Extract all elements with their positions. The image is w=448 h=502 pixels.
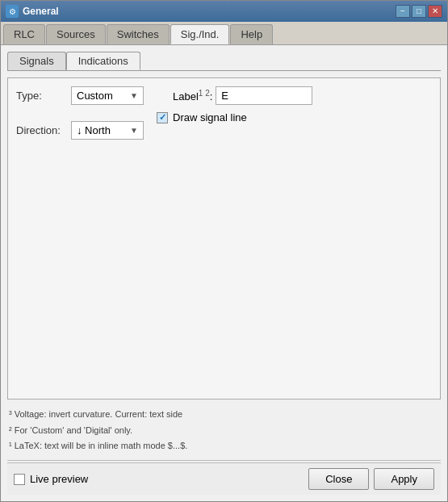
close-window-button[interactable]: ✕ bbox=[428, 5, 442, 18]
tab-help[interactable]: Help bbox=[230, 24, 273, 44]
right-column: Label1 2: ✓ Draw signal line bbox=[157, 86, 312, 123]
draw-signal-line-checkbox[interactable]: ✓ bbox=[157, 112, 168, 123]
draw-signal-line-row: ✓ Draw signal line bbox=[157, 111, 312, 123]
type-value: Custom bbox=[77, 90, 113, 102]
type-dropdown[interactable]: Custom ▼ bbox=[71, 86, 144, 105]
bottom-bar: Live preview Close Apply bbox=[7, 462, 441, 495]
direction-row: Direction: ↓ North ▼ bbox=[16, 121, 144, 140]
top-row: Type: Custom ▼ Direction: ↓ North ▼ bbox=[16, 86, 432, 148]
title-bar-left: ⚙ General bbox=[6, 5, 59, 18]
main-tab-bar: RLC Sources Switches Sig./Ind. Help bbox=[1, 22, 447, 45]
sub-tab-bar: Signals Indications bbox=[7, 52, 441, 71]
sub-tab-indications[interactable]: Indications bbox=[66, 52, 140, 70]
draw-signal-line-label: Draw signal line bbox=[173, 111, 247, 123]
window-icon: ⚙ bbox=[6, 5, 19, 18]
tab-sources[interactable]: Sources bbox=[46, 24, 106, 44]
tab-switches[interactable]: Switches bbox=[107, 24, 170, 44]
content-area: Signals Indications Type: Custom ▼ bbox=[1, 45, 447, 501]
note-line-3: ³ Voltage: invert curvature. Current: te… bbox=[9, 408, 439, 422]
title-buttons: − □ ✕ bbox=[396, 5, 442, 18]
separator bbox=[7, 460, 441, 461]
type-dropdown-arrow: ▼ bbox=[130, 91, 138, 100]
bottom-buttons: Close Apply bbox=[308, 468, 434, 490]
direction-label: Direction: bbox=[16, 124, 65, 136]
main-window: ⚙ General − □ ✕ RLC Sources Switches Sig… bbox=[0, 0, 448, 502]
sub-tab-signals[interactable]: Signals bbox=[7, 52, 66, 70]
minimize-button[interactable]: − bbox=[396, 5, 410, 18]
direction-dropdown[interactable]: ↓ North ▼ bbox=[71, 121, 144, 140]
title-bar: ⚙ General − □ ✕ bbox=[1, 1, 447, 22]
note-line-1: ¹ LaTeX: text will be in inline math mod… bbox=[9, 439, 439, 454]
footer-notes: ³ Voltage: invert curvature. Current: te… bbox=[7, 404, 441, 458]
checkmark-icon: ✓ bbox=[159, 112, 166, 123]
apply-button[interactable]: Apply bbox=[374, 468, 434, 490]
direction-value: ↓ North bbox=[77, 124, 111, 136]
settings-panel: Type: Custom ▼ Direction: ↓ North ▼ bbox=[7, 77, 441, 400]
maximize-button[interactable]: □ bbox=[412, 5, 426, 18]
window-title: General bbox=[23, 6, 59, 17]
tab-sig-ind[interactable]: Sig./Ind. bbox=[170, 24, 230, 44]
direction-dropdown-arrow: ▼ bbox=[130, 126, 138, 135]
note-line-2: ² For 'Custom' and 'Digital' only. bbox=[9, 424, 439, 438]
type-row: Type: Custom ▼ bbox=[16, 86, 144, 105]
type-label: Type: bbox=[16, 90, 65, 102]
close-button[interactable]: Close bbox=[308, 468, 369, 490]
tab-rlc[interactable]: RLC bbox=[3, 24, 45, 44]
label-field-label: Label1 2: bbox=[173, 89, 212, 102]
live-preview-label: Live preview bbox=[30, 473, 88, 485]
live-preview-checkbox[interactable] bbox=[14, 474, 25, 485]
label-input[interactable] bbox=[216, 86, 312, 105]
live-preview-row: Live preview bbox=[14, 473, 88, 485]
left-column: Type: Custom ▼ Direction: ↓ North ▼ bbox=[16, 86, 144, 148]
label-field-group: Label1 2: bbox=[173, 86, 312, 105]
